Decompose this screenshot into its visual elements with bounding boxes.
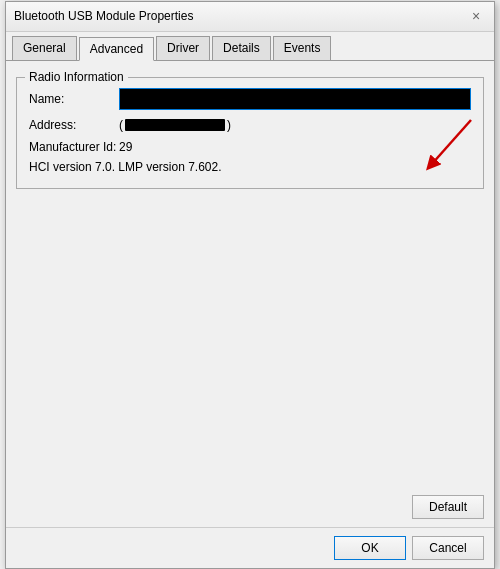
- group-box-legend: Radio Information: [25, 70, 128, 84]
- footer-buttons: OK Cancel: [6, 527, 494, 568]
- ok-button[interactable]: OK: [334, 536, 406, 560]
- red-arrow-indicator: [411, 115, 481, 175]
- tab-events[interactable]: Events: [273, 36, 332, 60]
- version-text: HCI version 7.0. LMP version 7.602.: [29, 160, 222, 174]
- dialog-window: Bluetooth USB Module Properties × Genera…: [5, 1, 495, 569]
- close-button[interactable]: ×: [466, 6, 486, 26]
- address-label: Address:: [29, 118, 119, 132]
- radio-information-group: Radio Information Name: Address: () Manu…: [16, 77, 484, 189]
- main-content: Radio Information Name: Address: () Manu…: [6, 61, 494, 568]
- tab-details[interactable]: Details: [212, 36, 271, 60]
- name-field-row: Name:: [29, 88, 471, 110]
- cancel-button[interactable]: Cancel: [412, 536, 484, 560]
- title-bar: Bluetooth USB Module Properties ×: [6, 2, 494, 32]
- default-button-area: Default: [6, 487, 494, 527]
- manufacturer-value: 29: [119, 140, 132, 154]
- manufacturer-row: Manufacturer Id: 29: [29, 140, 471, 154]
- tab-general[interactable]: General: [12, 36, 77, 60]
- tab-driver[interactable]: Driver: [156, 36, 210, 60]
- name-label: Name:: [29, 92, 119, 106]
- address-value: (): [119, 118, 231, 132]
- name-input[interactable]: [119, 88, 471, 110]
- tab-advanced[interactable]: Advanced: [79, 37, 154, 61]
- version-row: HCI version 7.0. LMP version 7.602.: [29, 160, 471, 174]
- title-bar-text: Bluetooth USB Module Properties: [14, 9, 193, 23]
- address-field-row: Address: (): [29, 118, 471, 132]
- manufacturer-label: Manufacturer Id:: [29, 140, 119, 154]
- tab-content-advanced: Radio Information Name: Address: () Manu…: [6, 61, 494, 487]
- tab-bar: General Advanced Driver Details Events: [6, 32, 494, 61]
- address-redacted: [125, 119, 225, 131]
- svg-line-1: [431, 120, 471, 165]
- default-button[interactable]: Default: [412, 495, 484, 519]
